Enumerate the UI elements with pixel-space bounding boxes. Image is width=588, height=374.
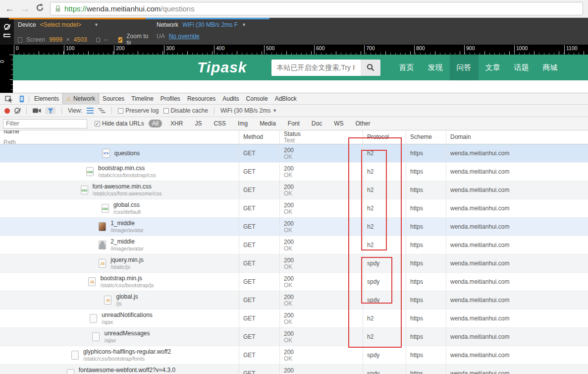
table-row[interactable]: unreadNotifications /ajax GET 200 OK h2 … (0, 310, 588, 328)
screencast-icon[interactable] (33, 108, 41, 114)
site-logo[interactable]: Tipask (197, 59, 247, 76)
ruler-label: 700 (364, 45, 375, 54)
screen-checkbox[interactable] (18, 37, 22, 43)
request-domain: wenda.meitianhui.com (446, 163, 588, 181)
request-status-text: OK (284, 337, 363, 344)
waterfall-toggle-icon[interactable] (98, 108, 106, 114)
column-header-status[interactable]: Status Text (280, 130, 363, 144)
tab-sources[interactable]: Sources (99, 93, 128, 104)
filter-pill-font[interactable]: Font (284, 120, 303, 127)
table-row[interactable]: unreadMessages /ajax GET 200 OK h2 https… (0, 328, 588, 346)
column-header-method[interactable]: Method (239, 130, 280, 144)
back-button[interactable]: ← (5, 4, 14, 13)
column-header-protocol[interactable]: Protocol (363, 130, 406, 144)
large-rows-toggle-icon[interactable] (87, 108, 94, 114)
disable-cache-checkbox[interactable] (163, 108, 169, 114)
nav-item-话题[interactable]: 话题 (507, 55, 536, 80)
column-header-scheme[interactable]: Scheme (406, 130, 446, 144)
device-model-select[interactable]: <Select model> (40, 21, 81, 28)
search-button[interactable] (361, 60, 380, 76)
request-method: GET (239, 144, 280, 162)
table-row[interactable]: css font-awesome.min.css /static/css/fon… (0, 181, 588, 199)
table-row[interactable]: 1_middle /image/avatar GET 200 OK h2 htt… (0, 218, 588, 236)
filter-pill-img[interactable]: Img (234, 120, 251, 127)
throttle-icon[interactable] (3, 34, 10, 39)
request-path: /ajax (102, 318, 153, 325)
table-row[interactable]: JS bootstrap.min.js /static/css/bootstra… (0, 273, 588, 291)
hide-data-urls-checkbox[interactable]: ✓ (95, 121, 100, 126)
filter-pill-other[interactable]: Other (352, 120, 374, 127)
forward-button[interactable]: → (20, 4, 30, 13)
tab-elements[interactable]: Elements (31, 93, 62, 104)
table-row[interactable]: JS jquery.min.js /static/js GET 200 OK s… (0, 254, 588, 273)
disable-emulation-icon[interactable] (4, 24, 10, 30)
screen-height-field[interactable]: 4503 (74, 36, 87, 43)
request-method: GET (239, 346, 280, 364)
nav-item-问答[interactable]: 问答 (450, 55, 479, 80)
request-protocol: h2 (363, 181, 406, 199)
refresh-button[interactable] (36, 3, 44, 14)
column-header-domain[interactable]: Domain (446, 130, 588, 144)
request-domain: wenda.meitianhui.com (446, 328, 588, 346)
network-throttle-select[interactable]: WiFi (30 MB/s 2ms F (182, 21, 238, 28)
nav-item-文章[interactable]: 文章 (479, 55, 507, 80)
request-protocol: spdy (363, 273, 406, 291)
filter-pill-all[interactable]: All (149, 120, 162, 127)
filter-pill-xhr[interactable]: XHR (167, 120, 186, 127)
file-icon: css (81, 186, 88, 194)
filter-input[interactable] (3, 119, 87, 128)
request-status-text: OK (284, 264, 363, 270)
request-scheme: https (406, 346, 446, 364)
nav-item-发现[interactable]: 发现 (421, 55, 450, 80)
search-input[interactable] (271, 60, 361, 76)
tab-label: Resources (187, 95, 215, 102)
file-icon: JS (99, 259, 106, 268)
nav-item-商城[interactable]: 商城 (536, 55, 565, 80)
preserve-log-checkbox[interactable] (118, 108, 123, 114)
tab-resources[interactable]: Resources (184, 93, 219, 104)
device-section: Device <Select model> ▼ Screen 9999 × 45… (14, 18, 149, 45)
request-scheme: https (406, 254, 446, 272)
filter-pill-js[interactable]: JS (191, 120, 205, 127)
chevron-down-icon[interactable]: ▼ (242, 22, 246, 27)
table-row[interactable]: fontawesome-webfont.woff2?v=4.3.0 GET 20… (0, 365, 588, 374)
filter-pill-doc[interactable]: Doc (308, 120, 325, 127)
ruler-label: 800 (414, 45, 425, 54)
request-path: /static/css/bootstrap/js (100, 282, 154, 289)
zoom-to-fit-checkbox[interactable]: ✓ (118, 37, 123, 43)
tab-timeline[interactable]: Timeline (128, 93, 157, 104)
screen-width-field[interactable]: 9999 (49, 36, 62, 43)
record-button[interactable] (4, 108, 10, 114)
clear-button[interactable] (14, 108, 20, 114)
tab-console[interactable]: Console (243, 93, 271, 104)
swap-dimensions-icon[interactable] (96, 38, 100, 42)
device-mode-button[interactable] (16, 93, 27, 104)
tab-network[interactable]: ⚠Network (62, 93, 99, 104)
inspect-element-button[interactable] (2, 93, 16, 104)
tab-adblock[interactable]: AdBlock (271, 93, 300, 104)
table-row[interactable]: css global.css /css/default GET 200 OK h… (0, 199, 588, 218)
table-row[interactable]: JS global.js /js GET 200 OK spdy https w… (0, 291, 588, 310)
address-bar[interactable]: https://wenda.meitianhui.com/questions (50, 2, 583, 15)
request-name: unreadNotifications (102, 312, 153, 318)
request-protocol: spdy (363, 254, 406, 272)
filter-toggle-button[interactable] (46, 107, 55, 114)
column-header-name[interactable]: Name Path (0, 130, 239, 144)
tab-audits[interactable]: Audits (219, 93, 242, 104)
filter-pill-media[interactable]: Media (256, 120, 279, 127)
request-status-text: OK (284, 246, 363, 252)
throttling-select[interactable]: WiFi (30 MB/s 2ms ▼ (220, 107, 277, 114)
table-row[interactable]: <> questions GET 200 OK h2 https wenda.m… (0, 144, 588, 163)
table-row[interactable]: 2_middle /image/avatar GET 200 OK h2 htt… (0, 236, 588, 254)
nav-item-首页[interactable]: 首页 (392, 55, 421, 80)
browser-toolbar: ← → https://wenda.meitianhui.com/questio… (0, 0, 588, 18)
table-row[interactable]: glyphicons-halflings-regular.woff2 /stat… (0, 346, 588, 365)
chevron-down-icon[interactable]: ▼ (94, 22, 99, 27)
tab-profiles[interactable]: Profiles (157, 93, 184, 104)
filter-pill-css[interactable]: CSS (210, 120, 229, 127)
table-row[interactable]: css bootstrap.min.css /static/css/bootst… (0, 163, 588, 181)
ua-override-link[interactable]: No override (169, 33, 200, 40)
file-icon (67, 369, 74, 374)
filter-pill-ws[interactable]: WS (330, 120, 347, 127)
inspect-icon (5, 95, 13, 103)
